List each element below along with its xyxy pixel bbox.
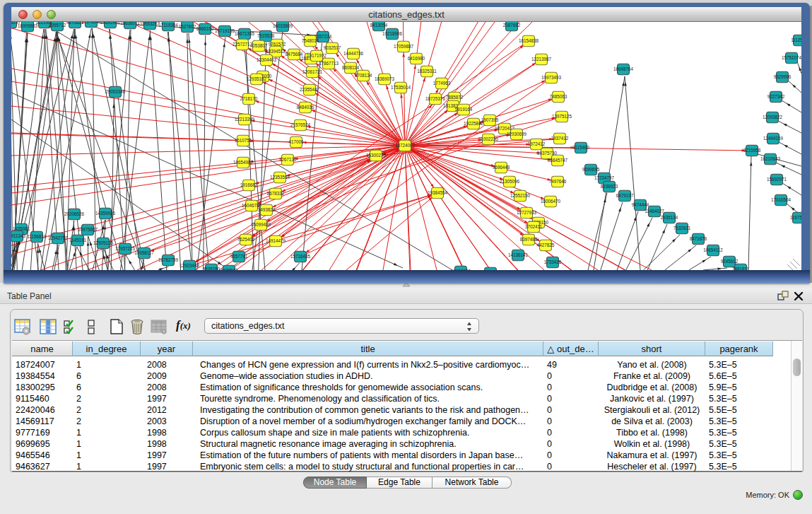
svg-text:12505135: 12505135	[93, 240, 114, 245]
svg-text:12496950: 12496950	[451, 269, 471, 270]
svg-text:12552150: 12552150	[510, 193, 531, 198]
svg-text:10958117: 10958117	[134, 250, 154, 255]
svg-text:4427825: 4427825	[537, 243, 555, 247]
svg-text:9115460: 9115460	[572, 145, 590, 150]
svg-text:17867713: 17867713	[319, 61, 339, 66]
svg-text:8678332: 8678332	[267, 191, 285, 196]
svg-text:15751074: 15751074	[782, 55, 801, 60]
svg-text:16006470: 16006470	[541, 199, 561, 204]
svg-text:16636011: 16636011	[120, 22, 140, 25]
svg-text:20206526: 20206526	[64, 211, 85, 216]
svg-text:14444736: 14444736	[343, 51, 364, 56]
svg-text:10975857: 10975857	[78, 227, 98, 232]
svg-text:9699695: 9699695	[582, 167, 600, 172]
svg-text:8397488: 8397488	[520, 237, 538, 242]
svg-text:12942757: 12942757	[48, 235, 69, 240]
svg-text:8608114: 8608114	[342, 65, 360, 70]
svg-text:19218906: 19218906	[382, 31, 403, 36]
svg-text:21305096: 21305096	[500, 179, 520, 184]
svg-text:22355447: 22355447	[300, 87, 320, 92]
svg-text:1774963: 1774963	[433, 81, 451, 86]
svg-text:10553257: 10553257	[140, 22, 160, 26]
svg-text:1112549: 1112549	[791, 37, 801, 42]
svg-text:12061721: 12061721	[302, 69, 323, 74]
svg-text:9474444: 9474444	[632, 202, 649, 207]
svg-text:1527602: 1527602	[179, 24, 196, 29]
svg-text:8471676: 8471676	[690, 236, 707, 241]
svg-text:8484036: 8484036	[297, 105, 314, 110]
svg-text:20691406: 20691406	[100, 22, 121, 25]
svg-text:15716485: 15716485	[290, 254, 311, 259]
svg-text:7632621: 7632621	[673, 226, 691, 230]
svg-text:5919164: 5919164	[455, 107, 473, 112]
svg-text:12444159: 12444159	[763, 136, 784, 141]
svg-text:1145191: 1145191	[69, 238, 87, 243]
svg-text:9032517: 9032517	[324, 45, 341, 50]
svg-text:7885872: 7885872	[446, 95, 464, 100]
svg-text:7708134: 7708134	[355, 73, 372, 78]
svg-text:9329996: 9329996	[774, 74, 792, 79]
svg-text:17535014: 17535014	[391, 85, 411, 90]
svg-text:7548014: 7548014	[302, 38, 319, 43]
svg-text:11156819: 11156819	[27, 234, 47, 239]
svg-text:2055712: 2055712	[49, 23, 66, 28]
svg-text:21576524: 21576524	[290, 122, 311, 127]
svg-text:15692971: 15692971	[767, 177, 787, 182]
svg-text:417006: 417006	[288, 139, 304, 144]
svg-text:19384554: 19384554	[428, 190, 448, 195]
svg-text:1610755: 1610755	[235, 138, 252, 143]
svg-text:16154838: 16154838	[519, 38, 539, 43]
svg-text:6479197: 6479197	[616, 193, 634, 198]
svg-text:6466160: 6466160	[196, 26, 214, 31]
svg-text:6416980: 6416980	[408, 56, 425, 61]
svg-text:12093822: 12093822	[763, 115, 783, 119]
svg-text:12935182: 12935182	[247, 76, 267, 81]
svg-text:12353594: 12353594	[270, 175, 290, 180]
svg-text:14914479: 14914479	[266, 238, 286, 243]
svg-text:12930699: 12930699	[507, 132, 527, 136]
svg-text:5835780: 5835780	[203, 267, 220, 270]
svg-text:17016504: 17016504	[771, 197, 792, 202]
svg-text:9245612: 9245612	[721, 259, 739, 264]
svg-text:19171977: 19171977	[307, 53, 327, 58]
svg-text:3881811: 3881811	[732, 267, 750, 270]
svg-text:7625402: 7625402	[237, 237, 255, 242]
svg-text:29053346: 29053346	[105, 89, 126, 94]
svg-text:13975125: 13975125	[552, 114, 572, 119]
svg-text:18369073: 18369073	[375, 76, 395, 81]
svg-text:1907395: 1907395	[481, 117, 499, 122]
svg-text:17119384: 17119384	[158, 23, 178, 28]
svg-text:17376846: 17376846	[81, 22, 102, 24]
svg-text:12213987: 12213987	[531, 57, 552, 62]
svg-text:3911343: 3911343	[11, 233, 26, 238]
svg-text:10654112: 10654112	[703, 247, 723, 252]
svg-text:16845747: 16845747	[548, 158, 568, 163]
svg-text:17059887: 17059887	[394, 44, 414, 49]
svg-text:8215958: 8215958	[743, 148, 761, 153]
svg-text:16099489: 16099489	[251, 222, 271, 227]
svg-text:15300275: 15300275	[366, 153, 387, 158]
svg-text:11464027: 11464027	[645, 209, 664, 214]
svg-text:18725376: 18725376	[425, 96, 446, 101]
svg-text:2087682: 2087682	[503, 23, 521, 28]
svg-text:1916682: 1916682	[240, 182, 258, 187]
svg-text:2718170: 2718170	[240, 96, 258, 101]
svg-text:16648764: 16648764	[613, 66, 634, 71]
svg-text:3493822: 3493822	[258, 207, 276, 212]
svg-text:10719155: 10719155	[215, 28, 235, 33]
svg-text:10973493: 10973493	[541, 75, 562, 80]
svg-text:16909883: 16909883	[18, 23, 38, 28]
svg-text:18724007: 18724007	[395, 143, 416, 148]
svg-text:12727933: 12727933	[517, 210, 537, 215]
svg-text:18325311: 18325311	[417, 69, 437, 74]
svg-text:11002230: 11002230	[478, 136, 498, 141]
svg-text:7515526: 7515526	[257, 33, 275, 38]
svg-text:16671355: 16671355	[235, 31, 255, 36]
svg-text:7497646: 7497646	[549, 179, 567, 184]
svg-text:9227342: 9227342	[767, 94, 785, 99]
svg-text:3702411: 3702411	[525, 224, 543, 229]
svg-text:8938923: 8938923	[601, 184, 618, 189]
svg-text:1167536: 1167536	[790, 215, 801, 220]
svg-text:2935134: 2935134	[661, 215, 678, 220]
svg-text:16782759: 16782759	[158, 257, 179, 262]
